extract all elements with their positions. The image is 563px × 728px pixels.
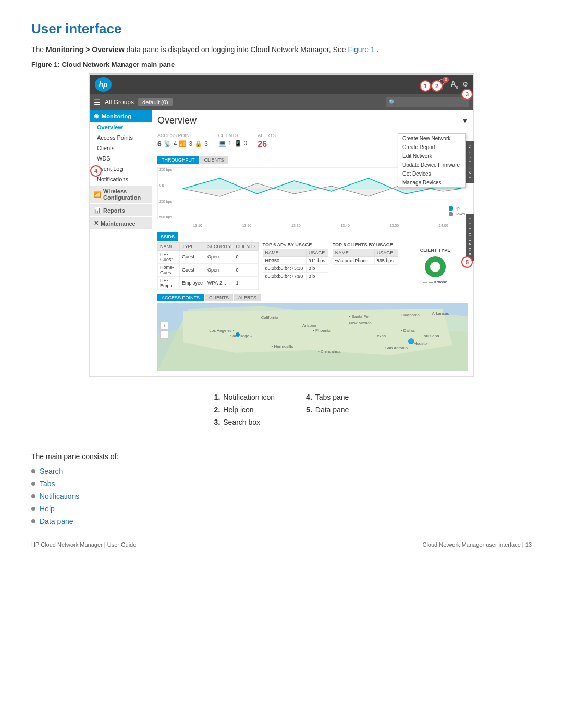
dropdown-edit-network[interactable]: Edit Network: [398, 152, 465, 161]
ap-val-3: 3: [189, 140, 192, 147]
svg-text:• Chihuahua: • Chihuahua: [318, 349, 341, 354]
callout-5: 5: [461, 256, 473, 268]
table-row: HP-Emplo... Employee WPA-2... 1: [158, 277, 259, 290]
tools-icon: ✕: [94, 220, 99, 227]
toolbar-search-box[interactable]: 🔍: [386, 97, 469, 107]
dropdown-create-network[interactable]: Create New Network: [398, 134, 465, 143]
alerts-value: 26: [258, 140, 267, 149]
bullet-dot-tabs: [31, 482, 35, 486]
ssids-header: SSIDS: [157, 232, 178, 241]
top-clients-table: NAME USAGE •Victorix-iPhone 865 bps: [333, 249, 398, 265]
dropdown-manage-devices[interactable]: Manage Devices: [398, 178, 465, 187]
sidebar-item-access-points[interactable]: Access Points: [90, 132, 152, 143]
ap-val-2: 4: [174, 140, 177, 147]
svg-text:California: California: [261, 315, 279, 320]
svg-point-27: [408, 338, 414, 344]
legend-num-5: 5.: [306, 405, 312, 414]
settings-icon[interactable]: ⚙: [462, 81, 468, 88]
sidebar-item-clients[interactable]: Clients: [90, 143, 152, 153]
app-chrome: hp 0 A0 ⚙: [89, 74, 474, 377]
x-label-1320: 13:20: [242, 224, 252, 227]
legend-entry-2: 2. Help icon: [214, 405, 275, 414]
search-icon: 🔍: [389, 99, 396, 106]
page-container: User interface The Monitoring > Overview…: [0, 0, 563, 452]
list-item-search: Search: [31, 467, 532, 475]
ssids-col-security: SECURITY: [205, 243, 234, 251]
legend-text-5: Data pane: [315, 405, 349, 414]
x-label-1330: 13:30: [291, 224, 301, 227]
link-help[interactable]: Help: [40, 504, 55, 513]
overview-dropdown-arrow[interactable]: ▼: [462, 117, 468, 125]
top-aps-col-usage: USAGE: [306, 249, 328, 257]
app-toolbar: ☰ All Groups default (0) 🔍: [90, 94, 473, 110]
ap-icon-3: 🔒: [194, 140, 202, 147]
legend-text-1: Notification icon: [223, 393, 275, 401]
intro-text-before: The: [31, 45, 46, 54]
ssids-table-wrapper: NAME TYPE SECURITY CLIENTS HP-Gu: [157, 242, 259, 290]
dropdown-menu: Create New Network Create Report Edit Ne…: [398, 133, 466, 188]
ssid-type-3: Employee: [180, 277, 205, 290]
legend-down-label: Down: [455, 212, 465, 216]
bullet-dot-help: [31, 507, 35, 511]
ssid-clients-2: 0: [234, 264, 258, 277]
table-row: HP350 911 bps: [263, 257, 328, 265]
legend-text-4: Tabs pane: [315, 393, 349, 401]
sidebar-monitoring-section[interactable]: ◉ Monitoring: [90, 110, 152, 122]
link-notifications[interactable]: Notifications: [40, 492, 79, 500]
bar-chart-icon: 📊: [94, 207, 101, 214]
legend-col-left: 1. Notification icon 2. Help icon 3. Sea…: [214, 393, 275, 426]
sidebar-maintenance[interactable]: ✕ Maintenance: [90, 217, 152, 229]
sidebar-item-wds[interactable]: WDS: [90, 153, 152, 164]
dropdown-get-devices[interactable]: Get Devices: [398, 169, 465, 178]
main-pane-section: The main pane consists of: Search Tabs N…: [0, 452, 563, 525]
table-row: •Victorix-iPhone 865 bps: [333, 257, 398, 265]
default-badge: default (0): [138, 98, 173, 106]
ssid-type-1: Guest: [180, 251, 205, 264]
tables-row: NAME TYPE SECURITY CLIENTS HP-Gu: [157, 242, 468, 290]
svg-point-26: [236, 332, 240, 337]
chart-y-labels: 250 bps 0 b 250 bps 500 bps: [159, 168, 172, 219]
client-usage-1: 865 bps: [374, 257, 398, 265]
sidebar-item-overview[interactable]: Overview: [90, 122, 152, 132]
support-tab[interactable]: S U P P O R T: [466, 141, 474, 183]
legend-up-label: Up: [455, 206, 460, 211]
hamburger-button[interactable]: ☰: [94, 98, 101, 106]
chart-x-labels: 13:10 13:20 13:30 13:40 13:50 14:00: [157, 224, 468, 227]
legend-num-3: 3.: [214, 418, 221, 426]
map-tab-alerts[interactable]: ALERTS: [234, 294, 261, 301]
feedback-tab[interactable]: F E E D B A C K: [466, 214, 474, 261]
dropdown-create-report[interactable]: Create Report: [398, 143, 465, 152]
svg-point-8: [430, 262, 440, 272]
chart-tabs: THROUGHPUT CLIENTS: [157, 156, 228, 164]
map-zoom-in[interactable]: +: [160, 322, 168, 330]
clients-tab[interactable]: CLIENTS: [200, 156, 228, 164]
figure-link[interactable]: Figure 1: [348, 45, 374, 54]
x-label-1350: 13:50: [390, 224, 399, 227]
ssid-name-3: HP-Emplo...: [158, 277, 180, 290]
ap-values: 6 📡 4 📶 3 🔒 3: [157, 140, 208, 148]
map-svg: California • Santa Fe Oklahoma Arkansas …: [157, 303, 468, 371]
legend-entry-1: 1. Notification icon: [214, 393, 275, 401]
throughput-tab[interactable]: THROUGHPUT: [157, 156, 199, 164]
ssid-security-2: Open: [205, 264, 234, 277]
ssids-col-clients: CLIENTS: [234, 243, 258, 251]
client-name-1: •Victorix-iPhone: [333, 257, 374, 265]
ssid-name-2: Home-Guest: [158, 264, 180, 277]
dropdown-update-firmware[interactable]: Update Device Firmware: [398, 161, 465, 169]
svg-text:• Phoenix: • Phoenix: [313, 328, 331, 333]
monitoring-icon: ◉: [94, 113, 99, 119]
bullet-dot-search: [31, 469, 35, 473]
intro-period: .: [377, 45, 379, 54]
map-zoom-out[interactable]: −: [160, 330, 168, 339]
sidebar-reports[interactable]: 📊 Reports: [90, 204, 152, 216]
bullet-list: Search Tabs Notifications Help Data pane: [31, 467, 532, 525]
map-tab-ap[interactable]: ACCESS POINTS: [157, 294, 204, 301]
sidebar-wireless-config[interactable]: 📶 Wireless Configuration: [90, 186, 152, 203]
help-icon[interactable]: A0: [450, 80, 458, 90]
link-search[interactable]: Search: [40, 467, 63, 475]
map-tab-clients[interactable]: CLIENTS: [205, 294, 233, 301]
link-tabs[interactable]: Tabs: [40, 479, 55, 488]
link-data-pane[interactable]: Data pane: [40, 517, 74, 525]
screenshot-wrapper: 1 2 3 4 5 hp: [89, 73, 474, 377]
monitoring-label: Monitoring: [102, 113, 131, 119]
